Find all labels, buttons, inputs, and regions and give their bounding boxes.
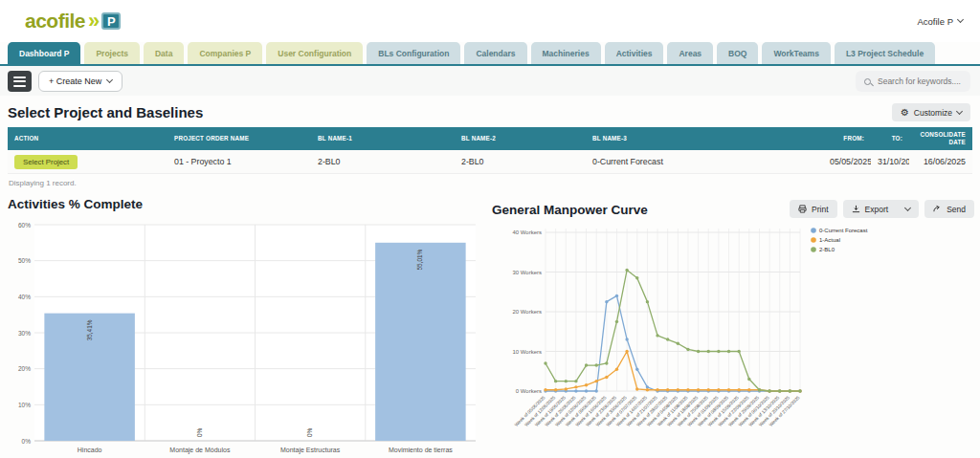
svg-text:10%: 10% <box>18 402 31 408</box>
line-chart-title: General Manpower Curve <box>492 203 648 217</box>
table-cell-bl_name_1: 2-BL0 <box>311 157 455 166</box>
search-box[interactable] <box>856 71 970 92</box>
svg-text:Movimiento de tierras: Movimiento de tierras <box>389 447 453 453</box>
gear-icon: ⚙ <box>901 108 909 118</box>
svg-text:20%: 20% <box>18 365 31 372</box>
table-row: Select Project01 - Proyecto 12-BL02-BL00… <box>8 150 972 174</box>
tab-bls-configuration[interactable]: BLs Configuration <box>367 42 460 64</box>
column-header: BL NAME-2 <box>455 132 586 145</box>
svg-text:0%: 0% <box>196 427 203 437</box>
account-label: Acofile P <box>918 16 954 27</box>
column-header: BL NAME-1 <box>311 132 455 145</box>
download-icon <box>852 205 860 213</box>
table-cell-from: 05/05/2025 <box>823 157 871 166</box>
bar-chart-title: Activities % Complete <box>8 197 479 211</box>
chevron-down-icon <box>957 16 964 23</box>
account-menu[interactable]: Acofile P <box>918 16 964 27</box>
svg-text:Montaje de Módulos: Montaje de Módulos <box>169 447 231 454</box>
hamburger-menu-button[interactable] <box>8 71 32 92</box>
tab-dashboard-p[interactable]: Dashboard P <box>8 42 80 64</box>
table-cell-bl_name_2: 2-BL0 <box>455 157 586 166</box>
svg-text:Montaje Estructuras: Montaje Estructuras <box>280 447 341 454</box>
table-cell-project_order_name: 01 - Proyecto 1 <box>167 157 311 166</box>
table-cell-bl_name_3: 0-Current Forecast <box>586 157 823 166</box>
top-header: acofile » P Acofile P <box>0 0 980 42</box>
chevron-down-icon <box>904 204 911 210</box>
tab-workteams[interactable]: WorkTeams <box>762 42 830 64</box>
acofile-logo: acofile » P <box>25 10 121 33</box>
section-title: Select Project and Baselines <box>8 104 203 120</box>
tab-areas[interactable]: Areas <box>667 42 713 64</box>
export-label: Export <box>865 205 889 214</box>
svg-text:30 Workers: 30 Workers <box>512 270 542 275</box>
column-header: CONSOLIDATE DATE <box>909 128 972 149</box>
printer-icon <box>798 205 807 213</box>
send-icon <box>933 205 942 213</box>
select-project-button[interactable]: Select Project <box>14 155 78 169</box>
records-count: Displaying 1 record. <box>0 174 980 189</box>
tab-data[interactable]: Data <box>144 42 184 64</box>
search-icon <box>864 78 871 85</box>
svg-text:40%: 40% <box>18 294 31 300</box>
send-button[interactable]: Send <box>924 200 974 218</box>
svg-text:0%: 0% <box>22 438 32 445</box>
tab-calendars[interactable]: Calendars <box>464 42 526 64</box>
activities-bar-chart: 0%10%20%30%40%50%60%35,41%Hincado0%Monta… <box>8 215 479 456</box>
activities-chart-panel: Activities % Complete 0%10%20%30%40%50%6… <box>8 191 479 458</box>
chart-actions: Print Export Send <box>790 200 974 218</box>
logo-chevrons-icon: » <box>88 12 94 30</box>
tab-boq[interactable]: BOQ <box>717 42 758 64</box>
tab-companies-p[interactable]: Companies P <box>188 42 262 64</box>
search-input[interactable] <box>878 76 964 86</box>
chevron-down-icon <box>956 107 963 114</box>
svg-text:55,01%: 55,01% <box>416 249 423 270</box>
select-project-section-header: Select Project and Baselines ⚙ Customize <box>0 96 980 127</box>
svg-text:30%: 30% <box>18 330 31 337</box>
column-header: BL NAME-3 <box>586 132 823 145</box>
svg-text:0 Workers: 0 Workers <box>516 388 542 394</box>
svg-text:60%: 60% <box>18 222 31 229</box>
svg-text:Hincado: Hincado <box>78 447 102 453</box>
column-header: FROM: <box>823 132 871 145</box>
svg-text:35,41%: 35,41% <box>86 319 93 340</box>
tab-bar: Dashboard PProjectsDataCompanies PUser C… <box>0 42 980 66</box>
print-label: Print <box>812 205 828 214</box>
svg-text:0-Current Forecast: 0-Current Forecast <box>819 228 868 233</box>
tab-machineries[interactable]: Machineries <box>531 42 601 64</box>
manpower-chart-panel: General Manpower Curve Print Export <box>492 191 974 458</box>
svg-text:10 Workers: 10 Workers <box>512 349 542 355</box>
column-header: ACTION <box>8 132 167 145</box>
dashboard-page: acofile » P Acofile P Dashboard PProject… <box>0 0 980 458</box>
chevron-down-icon <box>106 76 113 83</box>
column-header: TO: <box>871 132 909 145</box>
svg-text:50%: 50% <box>18 257 31 264</box>
table-cell-to: 31/10/2025 <box>871 157 909 166</box>
tab-activities[interactable]: Activities <box>605 42 664 64</box>
svg-text:20 Workers: 20 Workers <box>512 309 542 315</box>
svg-text:0%: 0% <box>306 427 313 437</box>
customize-button[interactable]: ⚙ Customize <box>892 103 970 121</box>
customize-label: Customize <box>914 108 952 118</box>
toolbar: + Create New <box>0 66 980 96</box>
table-cell-consolidate_date: 16/06/2025 <box>909 157 972 166</box>
svg-text:40 Workers: 40 Workers <box>512 229 542 235</box>
tab-user-configuration[interactable]: User Configuration <box>266 42 363 64</box>
export-button[interactable]: Export <box>843 200 920 218</box>
tab-l3-project-schedule[interactable]: L3 Project Schedule <box>835 42 935 64</box>
create-new-label: + Create New <box>49 76 101 86</box>
logo-mark: P <box>101 12 121 30</box>
svg-text:1-Actual: 1-Actual <box>819 237 840 243</box>
tab-projects[interactable]: Projects <box>84 42 140 64</box>
logo-text: acofile <box>25 10 85 33</box>
column-header: PROJECT ORDER NAME <box>167 132 311 145</box>
manpower-line-chart: 0 Workers10 Workers20 Workers30 Workers4… <box>492 221 974 458</box>
table-header-row: ACTIONPROJECT ORDER NAMEBL NAME-1BL NAME… <box>8 127 972 150</box>
send-label: Send <box>947 205 966 214</box>
projects-table: ACTIONPROJECT ORDER NAMEBL NAME-1BL NAME… <box>8 127 972 174</box>
charts-row: Activities % Complete 0%10%20%30%40%50%6… <box>0 189 980 458</box>
create-new-button[interactable]: + Create New <box>38 71 122 92</box>
print-button[interactable]: Print <box>790 200 836 218</box>
svg-text:2-BL0: 2-BL0 <box>819 247 835 252</box>
